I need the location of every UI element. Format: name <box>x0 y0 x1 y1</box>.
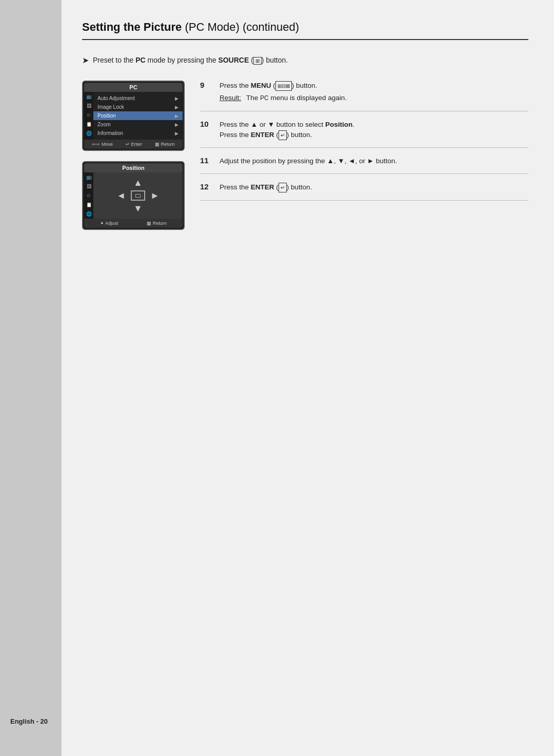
pos-center-box <box>131 190 145 201</box>
footer-adjust: ✦ Adjust <box>100 221 118 226</box>
pos-icon5: 🌐 <box>85 211 92 217</box>
icon5: 🌐 <box>85 131 92 136</box>
menu-item-position: Position ▶ <box>93 111 183 120</box>
pc-menu-body: 📺 🖼 ⊙ 📋 🌐 Auto Adjustment ▶ <box>84 92 183 140</box>
step-12-main: Press the ENTER (↵) button. <box>220 182 528 192</box>
step-11-row: 11 Adjust the position by pressing the ▲… <box>200 156 528 174</box>
icon4: 📋 <box>85 122 92 127</box>
left-margin: English - 20 <box>0 0 62 756</box>
icon3: ⊙ <box>85 112 92 118</box>
tv-screen-inner-1: PC 📺 🖼 ⊙ 📋 🌐 Auto Adjus <box>84 83 183 149</box>
pos-arrow-up: ▲ <box>133 178 143 188</box>
step-9-result: Result: The PC menu is displayed again. <box>220 93 528 103</box>
icon2: 🖼 <box>85 103 92 108</box>
pc-menu-items: Auto Adjustment ▶ Image Lock ▶ Position … <box>93 92 183 140</box>
tv-screen-pc-menu: PC 📺 🖼 ⊙ 📋 🌐 Auto Adjus <box>82 81 185 151</box>
result-label: Result: <box>220 93 241 103</box>
pos-arrow-left: ◄ <box>116 190 126 201</box>
pos-icon1: 📺 <box>85 175 92 180</box>
right-col: 9 Press the MENU (⊞⊟⊠) button. Result: T… <box>200 81 528 230</box>
title-normal: (PC Mode) (continued) <box>182 21 299 33</box>
position-body: 📺 🖼 ⊙ 📋 🌐 ▲ <box>84 172 183 219</box>
footer-text: English - 20 <box>10 718 48 725</box>
step-9-row: 9 Press the MENU (⊞⊟⊠) button. Result: T… <box>200 81 528 111</box>
step-11-num: 11 <box>200 156 214 165</box>
step-9-content: Press the MENU (⊞⊟⊠) button. Result: The… <box>220 81 528 104</box>
preset-line: ➤ Preset to the PC mode by pressing the … <box>82 55 528 65</box>
main-columns: PC 📺 🖼 ⊙ 📋 🌐 Auto Adjus <box>82 81 528 230</box>
arrow-icon: ➤ <box>82 55 89 65</box>
step-9-main: Press the MENU (⊞⊟⊠) button. <box>220 81 528 91</box>
preset-text: Preset to the PC mode by pressing the SO… <box>93 56 288 65</box>
pos-inner-box <box>135 194 141 198</box>
page-title: Setting the Picture (PC Mode) (continued… <box>82 21 528 40</box>
step-12-content: Press the ENTER (↵) button. <box>220 182 528 192</box>
position-display: ▲ ◄ ► ▼ <box>93 172 183 219</box>
step-11-main: Adjust the position by pressing the ▲, ▼… <box>220 156 528 166</box>
step-10-row: 10 Press the ▲ or ▼ button to select Pos… <box>200 120 528 148</box>
step-10-main: Press the ▲ or ▼ button to select Positi… <box>220 120 528 130</box>
pos-mid-row: ◄ ► <box>116 190 160 201</box>
step-11-content: Adjust the position by pressing the ▲, ▼… <box>220 156 528 166</box>
step-12-row: 12 Press the ENTER (↵) button. <box>200 182 528 200</box>
pos-icon4: 📋 <box>85 202 92 207</box>
pos-arrows-group: ▲ ◄ ► ▼ <box>112 173 164 218</box>
menu-item-imagelock: Image Lock ▶ <box>93 103 183 111</box>
footer-enter: ↵ Enter <box>126 142 142 147</box>
step-10-sub: Press the ENTER (↵) button. <box>220 130 528 140</box>
position-title: Position <box>84 163 183 172</box>
pc-menu-icons: 📺 🖼 ⊙ 📋 🌐 <box>84 92 93 140</box>
footer-return: ▦ Return <box>155 142 175 147</box>
icon1: 📺 <box>85 94 92 99</box>
position-footer: ✦ Adjust ▦ Return <box>84 219 183 228</box>
tv-screen-inner-2: Position 📺 🖼 ⊙ 📋 🌐 <box>84 163 183 228</box>
menu-item-zoom: Zoom ▶ <box>93 120 183 129</box>
footer-move: ⇦⇨ Move <box>92 142 113 147</box>
pos-arrow-down: ▼ <box>133 203 143 214</box>
title-bold: Setting the Picture <box>82 21 182 33</box>
pos-arrow-right: ► <box>150 190 160 201</box>
pos-icon3: ⊙ <box>85 193 92 198</box>
content-area: Setting the Picture (PC Mode) (continued… <box>62 0 554 756</box>
step-10-content: Press the ▲ or ▼ button to select Positi… <box>220 120 528 141</box>
pos-icons: 📺 🖼 ⊙ 📋 🌐 <box>84 172 93 219</box>
step-10-num: 10 <box>200 120 214 128</box>
menu-item-info: Information ▶ <box>93 129 183 138</box>
pc-menu-title: PC <box>84 83 183 92</box>
pos-icon2: 🖼 <box>85 184 92 189</box>
page: English - 20 Setting the Picture (PC Mod… <box>0 0 554 756</box>
left-col: PC 📺 🖼 ⊙ 📋 🌐 Auto Adjus <box>82 81 185 230</box>
step-12-num: 12 <box>200 182 214 191</box>
pc-menu-footer: ⇦⇨ Move ↵ Enter ▦ Return <box>84 140 183 149</box>
step-9-num: 9 <box>200 81 214 89</box>
menu-item-auto: Auto Adjustment ▶ <box>93 94 183 103</box>
result-text: The PC menu is displayed again. <box>246 93 347 103</box>
tv-screen-position: Position 📺 🖼 ⊙ 📋 🌐 <box>82 161 185 230</box>
footer-return2: ▦ Return <box>147 221 167 226</box>
